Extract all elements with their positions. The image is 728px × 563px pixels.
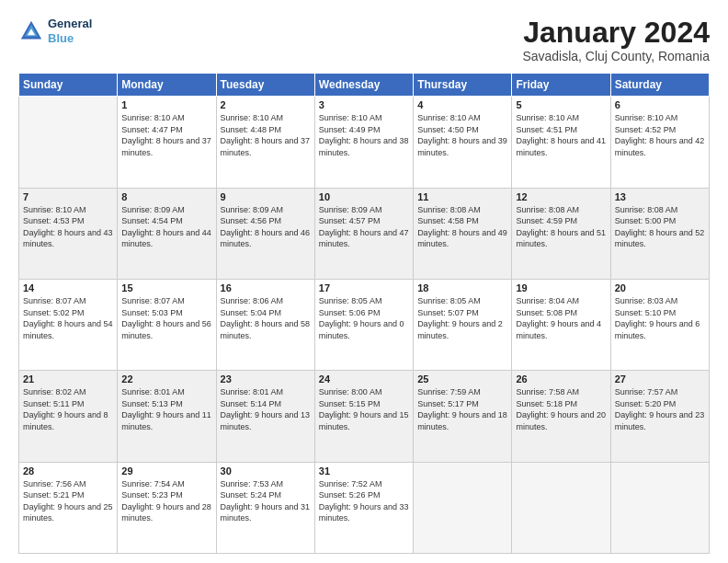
sunset-label: Sunset: 4:49 PM	[319, 125, 381, 134]
day-number: 8	[121, 191, 211, 202]
day-number: 12	[516, 191, 606, 202]
daylight-label: Daylight: 9 hours and 2 minutes.	[417, 319, 503, 340]
sunset-label: Sunset: 5:07 PM	[417, 308, 479, 317]
calendar-cell-w1-d3: 2Sunrise: 8:10 AMSunset: 4:48 PMDaylight…	[216, 97, 314, 188]
day-info: Sunrise: 8:08 AMSunset: 4:59 PMDaylight:…	[516, 204, 606, 250]
sunrise-label: Sunrise: 8:06 AM	[221, 296, 284, 305]
calendar-week-2: 7Sunrise: 8:10 AMSunset: 4:53 PMDaylight…	[19, 188, 710, 279]
daylight-label: Daylight: 8 hours and 52 minutes.	[615, 228, 705, 249]
calendar-cell-w2-d3: 9Sunrise: 8:09 AMSunset: 4:56 PMDaylight…	[216, 188, 314, 279]
col-thursday: Thursday	[414, 74, 512, 97]
sunrise-label: Sunrise: 7:59 AM	[417, 387, 481, 396]
day-number: 21	[23, 373, 113, 385]
day-number: 13	[615, 191, 705, 202]
sunrise-label: Sunrise: 8:07 AM	[23, 296, 86, 305]
daylight-label: Daylight: 9 hours and 25 minutes.	[23, 502, 113, 523]
sunrise-label: Sunrise: 8:10 AM	[319, 113, 382, 122]
day-number: 22	[121, 373, 211, 385]
sunrise-label: Sunrise: 8:08 AM	[516, 205, 579, 214]
day-number: 5	[516, 99, 606, 110]
daylight-label: Daylight: 9 hours and 31 minutes.	[221, 502, 311, 523]
day-number: 11	[417, 191, 507, 202]
sunset-label: Sunset: 5:17 PM	[417, 399, 479, 408]
header: General Blue January 2024 Savadisla, Clu…	[18, 17, 710, 63]
daylight-label: Daylight: 8 hours and 54 minutes.	[23, 319, 113, 340]
day-number: 23	[221, 373, 311, 385]
day-info: Sunrise: 7:54 AMSunset: 5:23 PMDaylight:…	[121, 478, 211, 524]
calendar-cell-w5-d5	[414, 462, 512, 553]
day-info: Sunrise: 8:10 AMSunset: 4:47 PMDaylight:…	[121, 112, 211, 158]
daylight-label: Daylight: 8 hours and 37 minutes.	[121, 136, 211, 157]
sunrise-label: Sunrise: 8:10 AM	[516, 113, 579, 122]
day-number: 24	[319, 373, 409, 385]
col-tuesday: Tuesday	[216, 74, 314, 97]
daylight-label: Daylight: 9 hours and 6 minutes.	[615, 319, 700, 340]
sunrise-label: Sunrise: 8:10 AM	[23, 205, 86, 214]
day-info: Sunrise: 7:58 AMSunset: 5:18 PMDaylight:…	[516, 386, 606, 432]
logo: General Blue	[18, 17, 92, 45]
day-number: 9	[221, 191, 311, 202]
day-number: 15	[121, 282, 211, 293]
day-number: 16	[221, 282, 311, 293]
day-number: 18	[417, 282, 507, 293]
sunset-label: Sunset: 5:11 PM	[23, 399, 85, 408]
day-number: 7	[23, 191, 113, 202]
title-block: January 2024 Savadisla, Cluj County, Rom…	[522, 17, 710, 63]
day-info: Sunrise: 8:10 AMSunset: 4:51 PMDaylight:…	[516, 112, 606, 158]
day-info: Sunrise: 8:04 AMSunset: 5:08 PMDaylight:…	[516, 295, 606, 341]
calendar-cell-w4-d1: 21Sunrise: 8:02 AMSunset: 5:11 PMDayligh…	[19, 371, 118, 462]
sunrise-label: Sunrise: 7:52 AM	[319, 479, 382, 488]
daylight-label: Daylight: 9 hours and 33 minutes.	[319, 502, 409, 523]
col-wednesday: Wednesday	[314, 74, 413, 97]
sunset-label: Sunset: 5:24 PM	[221, 490, 282, 500]
day-info: Sunrise: 7:56 AMSunset: 5:21 PMDaylight:…	[23, 478, 113, 524]
calendar-cell-w2-d6: 12Sunrise: 8:08 AMSunset: 4:59 PMDayligh…	[512, 188, 610, 279]
sunrise-label: Sunrise: 8:09 AM	[121, 205, 185, 214]
sunset-label: Sunset: 5:20 PM	[615, 399, 677, 408]
daylight-label: Daylight: 8 hours and 44 minutes.	[121, 228, 211, 249]
sunrise-label: Sunrise: 7:57 AM	[615, 387, 678, 396]
calendar-cell-w4-d4: 24Sunrise: 8:00 AMSunset: 5:15 PMDayligh…	[314, 371, 413, 462]
main-title: January 2024	[522, 17, 710, 49]
sunset-label: Sunset: 5:21 PM	[23, 490, 85, 500]
day-number: 28	[23, 465, 113, 477]
day-info: Sunrise: 8:10 AMSunset: 4:48 PMDaylight:…	[221, 112, 311, 158]
calendar-cell-w5-d6	[512, 462, 610, 553]
calendar-cell-w1-d1	[19, 97, 118, 188]
day-info: Sunrise: 8:06 AMSunset: 5:04 PMDaylight:…	[221, 295, 311, 341]
day-number: 27	[615, 373, 705, 385]
sunset-label: Sunset: 4:56 PM	[221, 216, 282, 225]
daylight-label: Daylight: 9 hours and 11 minutes.	[121, 410, 211, 431]
logo-text: General Blue	[48, 17, 92, 45]
day-info: Sunrise: 7:59 AMSunset: 5:17 PMDaylight:…	[417, 386, 507, 432]
calendar-cell-w1-d7: 6Sunrise: 8:10 AMSunset: 4:52 PMDaylight…	[610, 97, 709, 188]
sunset-label: Sunset: 4:50 PM	[417, 125, 479, 134]
day-info: Sunrise: 8:00 AMSunset: 5:15 PMDaylight:…	[319, 386, 409, 432]
day-number: 26	[516, 373, 606, 385]
day-info: Sunrise: 8:02 AMSunset: 5:11 PMDaylight:…	[23, 386, 113, 432]
day-info: Sunrise: 8:01 AMSunset: 5:14 PMDaylight:…	[221, 386, 311, 432]
day-number: 6	[615, 99, 705, 110]
sunset-label: Sunset: 5:04 PM	[221, 308, 282, 317]
daylight-label: Daylight: 9 hours and 23 minutes.	[615, 410, 705, 431]
day-number: 19	[516, 282, 606, 293]
sunset-label: Sunset: 5:06 PM	[319, 308, 381, 317]
day-info: Sunrise: 8:01 AMSunset: 5:13 PMDaylight:…	[121, 386, 211, 432]
calendar-cell-w4-d3: 23Sunrise: 8:01 AMSunset: 5:14 PMDayligh…	[216, 371, 314, 462]
calendar-cell-w3-d6: 19Sunrise: 8:04 AMSunset: 5:08 PMDayligh…	[512, 279, 610, 370]
day-info: Sunrise: 8:09 AMSunset: 4:56 PMDaylight:…	[221, 204, 311, 250]
sunset-label: Sunset: 5:26 PM	[319, 490, 381, 500]
calendar-cell-w2-d7: 13Sunrise: 8:08 AMSunset: 5:00 PMDayligh…	[610, 188, 709, 279]
daylight-label: Daylight: 9 hours and 0 minutes.	[319, 319, 404, 340]
day-info: Sunrise: 8:05 AMSunset: 5:07 PMDaylight:…	[417, 295, 507, 341]
day-info: Sunrise: 8:10 AMSunset: 4:52 PMDaylight:…	[615, 112, 705, 158]
sunset-label: Sunset: 4:48 PM	[221, 125, 282, 134]
sunrise-label: Sunrise: 8:03 AM	[615, 296, 678, 305]
sunrise-label: Sunrise: 8:00 AM	[319, 387, 382, 396]
col-monday: Monday	[118, 74, 216, 97]
sunrise-label: Sunrise: 8:10 AM	[221, 113, 284, 122]
daylight-label: Daylight: 8 hours and 47 minutes.	[319, 228, 409, 249]
day-info: Sunrise: 8:09 AMSunset: 4:54 PMDaylight:…	[121, 204, 211, 250]
day-number: 4	[417, 99, 507, 110]
calendar-cell-w3-d3: 16Sunrise: 8:06 AMSunset: 5:04 PMDayligh…	[216, 279, 314, 370]
